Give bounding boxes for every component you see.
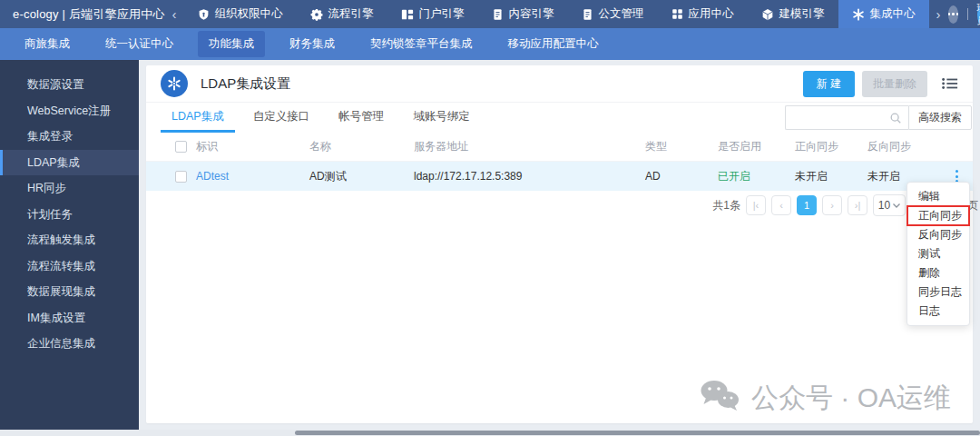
sidebar-item-sso-login[interactable]: 集成登录	[0, 124, 139, 150]
column-header-forward-sync: 正向同步	[786, 139, 858, 154]
subnav-item-mobile-config[interactable]: 移动应用配置中心	[497, 31, 610, 57]
pagination-last-button[interactable]: ›|	[848, 195, 867, 215]
sidebar-item-data-display[interactable]: 数据展现集成	[0, 279, 139, 305]
sidebar-item-hr-sync[interactable]: HR同步	[0, 175, 139, 202]
row-type: AD	[636, 170, 709, 183]
row-id-link[interactable]: ADtest	[196, 170, 229, 183]
cube-icon	[761, 8, 774, 21]
top-nav-item-content-engine[interactable]: 内容引擎	[478, 0, 568, 28]
pagination-page-1-button[interactable]: 1	[797, 195, 817, 215]
row-checkbox[interactable]	[175, 171, 187, 183]
menu-item-sync-log[interactable]: 同步日志	[907, 282, 969, 302]
row-name: AD测试	[300, 169, 405, 184]
top-nav-item-org-permission[interactable]: 组织权限中心	[184, 0, 297, 28]
top-nav-item-app-center[interactable]: 应用中心	[658, 0, 748, 28]
menu-item-test[interactable]: 测试	[907, 244, 969, 263]
column-header-server: 服务器地址	[405, 139, 636, 154]
horizontal-scrollbar	[0, 430, 980, 436]
chevron-down-icon	[893, 203, 900, 208]
apps-icon	[671, 8, 683, 20]
subnav-item-finance[interactable]: 财务集成	[279, 31, 346, 57]
pagination-first-button[interactable]: |‹	[746, 195, 766, 215]
sidebar-item-ldap[interactable]: LDAP集成	[0, 150, 139, 176]
batch-delete-button[interactable]: 批量删除	[862, 71, 927, 97]
document-icon	[492, 8, 504, 21]
menu-item-edit[interactable]: 编辑	[907, 187, 969, 206]
subnav-item-unified-auth[interactable]: 统一认证中心	[94, 31, 184, 57]
tabs-row: LDAP集成 自定义接口 帐号管理 域账号绑定 高级搜索	[146, 103, 973, 133]
app-window: e-cology | 后端引擎应用中心 ‹ 组织权限中心 流程引擎 门户引擎 内…	[0, 0, 980, 436]
pagination-next-button[interactable]: ›	[822, 195, 842, 215]
list-settings-icon[interactable]	[942, 77, 958, 90]
sidebar-item-webservice[interactable]: WebService注册	[0, 98, 139, 124]
menu-item-log[interactable]: 日志	[907, 302, 969, 321]
tab-domain-account-binding[interactable]: 域账号绑定	[402, 103, 481, 133]
pagination-prev-button[interactable]: ‹	[771, 195, 791, 215]
row-forward-sync-status: 未开启	[786, 169, 858, 184]
sidebar-item-enterprise-info[interactable]: 企业信息集成	[0, 331, 139, 357]
top-nav-items: 组织权限中心 流程引擎 门户引擎 内容引擎 公文管理 应用中心	[184, 0, 929, 28]
gear-icon	[310, 8, 323, 21]
column-header-name: 名称	[300, 139, 405, 154]
subnav-item-travel[interactable]: 商旅集成	[14, 31, 81, 57]
sidebar-item-im-settings[interactable]: IM集成设置	[0, 305, 139, 332]
divider	[967, 8, 968, 20]
search-area: 高级搜索	[785, 105, 972, 130]
row-enabled-status: 已开启	[718, 170, 750, 183]
top-nav-bar: e-cology | 后端引擎应用中心 ‹ 组织权限中心 流程引擎 门户引擎 内…	[0, 0, 980, 28]
avatar[interactable]: 理员	[977, 3, 980, 26]
ldap-integration-icon	[161, 70, 188, 97]
subnav-item-contract-lock[interactable]: 契约锁签章平台集成	[359, 31, 484, 57]
header-actions: 新 建 批量删除	[803, 71, 958, 97]
column-header-reverse-sync: 反向同步	[858, 139, 940, 154]
nav-forward-chevron-icon[interactable]: ›	[929, 6, 948, 22]
page-title: LDAP集成设置	[201, 75, 290, 93]
search-icon	[889, 112, 902, 124]
sidebar: 数据源设置 WebService注册 集成登录 LDAP集成 HR同步 计划任务…	[0, 60, 139, 430]
pagination: 共1条 |‹ ‹ 1 › ›| 10 页	[146, 191, 973, 220]
advanced-search-button[interactable]: 高级搜索	[908, 105, 972, 130]
menu-item-forward-sync[interactable]: 正向同步	[907, 206, 969, 225]
app-logo: e-cology | 后端引擎应用中心	[0, 6, 165, 23]
content-card: LDAP集成设置 新 建 批量删除 LDAP集成 自定义接口 帐号管理 域账号绑…	[146, 65, 973, 423]
card-header: LDAP集成设置 新 建 批量删除	[146, 65, 973, 103]
table-header-row: 标识 名称 服务器地址 类型 是否启用 正向同步 反向同步	[146, 133, 973, 162]
tab-custom-interface[interactable]: 自定义接口	[242, 103, 321, 133]
menu-item-reverse-sync[interactable]: 反向同步	[907, 225, 969, 244]
sidebar-item-workflow-trigger[interactable]: 流程触发集成	[0, 227, 139, 253]
horizontal-scrollbar-thumb[interactable]	[295, 431, 980, 435]
menu-item-delete[interactable]: 删除	[907, 263, 969, 282]
table-row[interactable]: ADtest AD测试 ldap://172.17.12.5:389 AD 已开…	[146, 162, 973, 191]
wechat-icon	[699, 379, 740, 418]
more-icon[interactable]	[948, 5, 959, 24]
nav-back-chevron-icon[interactable]: ‹	[165, 6, 184, 22]
subnav-item-function-integration[interactable]: 功能集成	[198, 31, 265, 57]
tab-ldap-integration[interactable]: LDAP集成	[161, 103, 235, 133]
sidebar-item-workflow-flow[interactable]: 流程流转集成	[0, 253, 139, 280]
column-header-id: 标识	[187, 139, 300, 154]
new-button[interactable]: 新 建	[803, 71, 855, 97]
portal-icon	[401, 8, 414, 21]
row-server: ldap://172.17.12.5:389	[405, 170, 636, 183]
top-nav-item-modeling-engine[interactable]: 建模引擎	[748, 0, 838, 28]
secondary-nav-bar: 商旅集成 统一认证中心 功能集成 财务集成 契约锁签章平台集成 移动应用配置中心	[0, 28, 980, 60]
row-context-menu: 编辑 正向同步 反向同步 测试 删除 同步日志 日志	[906, 182, 970, 326]
top-nav-item-official-doc[interactable]: 公文管理	[568, 0, 658, 28]
sidebar-item-datasource[interactable]: 数据源设置	[0, 72, 139, 98]
top-nav-item-workflow-engine[interactable]: 流程引擎	[297, 0, 387, 28]
column-header-enabled: 是否启用	[709, 139, 786, 154]
tab-account-management[interactable]: 帐号管理	[328, 103, 395, 133]
select-all-checkbox[interactable]	[175, 141, 187, 153]
pagination-total: 共1条	[712, 198, 740, 213]
sidebar-item-scheduled-tasks[interactable]: 计划任务	[0, 202, 139, 228]
top-nav-item-portal-engine[interactable]: 门户引擎	[387, 0, 478, 28]
integration-icon	[852, 8, 865, 21]
column-header-type: 类型	[636, 139, 709, 154]
watermark: 公众号 · OA运维	[699, 379, 951, 418]
page-size-select[interactable]: 10	[873, 194, 906, 216]
top-nav-item-integration-center[interactable]: 集成中心	[838, 0, 929, 28]
shield-icon	[198, 8, 210, 21]
watermark-text: 公众号 · OA运维	[751, 380, 951, 417]
document-icon	[582, 8, 593, 21]
